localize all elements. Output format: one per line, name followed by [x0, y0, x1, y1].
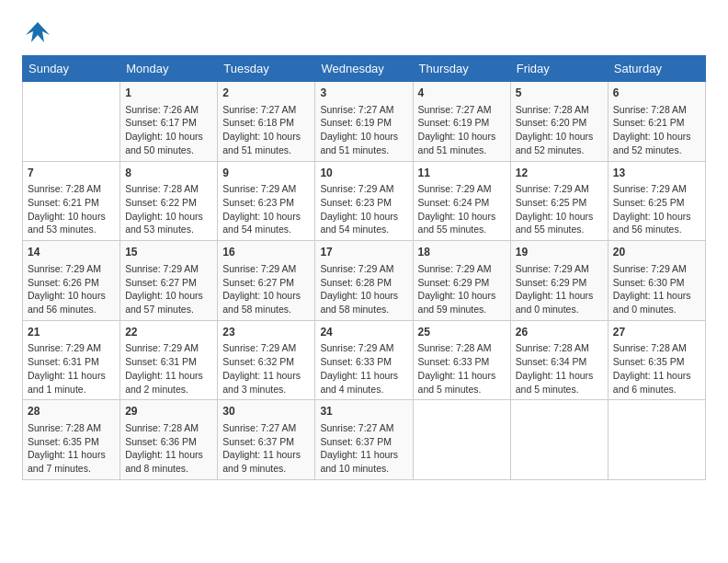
day-number: 13 [613, 166, 700, 181]
day-info-text: Sunset: 6:27 PM [125, 276, 212, 290]
calendar-week-row: 21Sunrise: 7:29 AMSunset: 6:31 PMDayligh… [23, 320, 706, 400]
day-info-text: Sunset: 6:23 PM [320, 196, 407, 210]
calendar-cell [608, 400, 705, 480]
calendar-cell: 8Sunrise: 7:28 AMSunset: 6:22 PMDaylight… [120, 161, 218, 241]
day-info-text: and 7 minutes. [28, 462, 115, 476]
calendar-cell: 4Sunrise: 7:27 AMSunset: 6:19 PMDaylight… [413, 82, 510, 162]
day-info-text: Sunrise: 7:29 AM [320, 341, 407, 355]
day-info-text: Daylight: 10 hours [28, 289, 115, 303]
day-info-text: Daylight: 10 hours [320, 130, 407, 144]
day-info-text: Sunset: 6:18 PM [222, 116, 310, 130]
day-info-text: and 6 minutes. [613, 383, 700, 396]
day-number: 4 [418, 86, 506, 101]
day-info-text: Sunrise: 7:28 AM [613, 341, 700, 355]
day-info-text: Sunrise: 7:29 AM [125, 341, 212, 355]
day-info-text: and 53 minutes. [28, 223, 115, 236]
day-number: 18 [418, 245, 506, 260]
header-day-sunday: Sunday [23, 56, 120, 82]
day-info-text: Daylight: 11 hours [320, 448, 407, 462]
day-info-text: Sunrise: 7:29 AM [28, 262, 115, 276]
day-info-text: Sunrise: 7:27 AM [418, 103, 506, 117]
day-info-text: Sunrise: 7:28 AM [613, 103, 700, 117]
day-info-text: Daylight: 11 hours [613, 369, 700, 383]
day-info-text: and 52 minutes. [613, 144, 700, 157]
day-info-text: Sunrise: 7:29 AM [222, 262, 310, 276]
calendar-cell: 19Sunrise: 7:29 AMSunset: 6:29 PMDayligh… [510, 241, 608, 321]
day-info-text: Sunset: 6:28 PM [320, 276, 407, 290]
day-info-text: and 59 minutes. [418, 303, 506, 316]
day-number: 3 [320, 86, 407, 101]
day-info-text: Sunrise: 7:28 AM [28, 421, 115, 435]
calendar-cell: 28Sunrise: 7:28 AMSunset: 6:35 PMDayligh… [23, 400, 120, 480]
day-info-text: Sunrise: 7:29 AM [28, 341, 115, 355]
day-number: 7 [28, 166, 115, 181]
day-info-text: Sunset: 6:24 PM [418, 196, 506, 210]
day-info-text: and 55 minutes. [516, 223, 603, 236]
day-info-text: Sunset: 6:29 PM [516, 276, 603, 290]
calendar-cell: 16Sunrise: 7:29 AMSunset: 6:27 PMDayligh… [218, 241, 315, 321]
day-info-text: Sunrise: 7:28 AM [28, 182, 115, 196]
logo-bird-icon [24, 18, 51, 46]
calendar-table: SundayMondayTuesdayWednesdayThursdayFrid… [22, 55, 706, 480]
day-number: 25 [418, 325, 506, 340]
day-info-text: and 56 minutes. [613, 223, 700, 236]
day-number: 24 [320, 325, 407, 340]
day-number: 31 [320, 404, 407, 419]
day-info-text: and 54 minutes. [222, 223, 310, 236]
day-info-text: Daylight: 10 hours [28, 210, 115, 224]
day-info-text: Daylight: 11 hours [125, 369, 212, 383]
day-info-text: Sunset: 6:25 PM [516, 196, 603, 210]
day-number: 10 [320, 166, 407, 181]
calendar-cell: 7Sunrise: 7:28 AMSunset: 6:21 PMDaylight… [23, 161, 120, 241]
day-info-text: Daylight: 10 hours [222, 130, 310, 144]
day-info-text: Sunset: 6:21 PM [28, 196, 115, 210]
calendar-cell: 10Sunrise: 7:29 AMSunset: 6:23 PMDayligh… [315, 161, 413, 241]
calendar-cell: 29Sunrise: 7:28 AMSunset: 6:36 PMDayligh… [120, 400, 218, 480]
day-info-text: and 57 minutes. [125, 303, 212, 316]
day-number: 30 [222, 404, 310, 419]
day-info-text: and 0 minutes. [516, 303, 603, 316]
day-info-text: and 8 minutes. [125, 462, 212, 476]
day-info-text: and 0 minutes. [613, 303, 700, 316]
day-info-text: and 58 minutes. [222, 303, 310, 316]
calendar-week-row: 28Sunrise: 7:28 AMSunset: 6:35 PMDayligh… [23, 400, 706, 480]
day-info-text: and 5 minutes. [418, 383, 506, 396]
day-number: 1 [125, 86, 212, 101]
calendar-cell: 27Sunrise: 7:28 AMSunset: 6:35 PMDayligh… [608, 320, 705, 400]
day-info-text: Sunset: 6:25 PM [613, 196, 700, 210]
header-day-monday: Monday [120, 56, 218, 82]
day-info-text: Sunset: 6:26 PM [28, 276, 115, 290]
day-info-text: Daylight: 10 hours [320, 210, 407, 224]
day-number: 12 [516, 166, 603, 181]
day-info-text: Sunset: 6:32 PM [222, 355, 310, 369]
day-number: 2 [222, 86, 310, 101]
calendar-cell [23, 82, 120, 162]
svg-marker-0 [26, 22, 50, 42]
header-day-thursday: Thursday [413, 56, 510, 82]
calendar-cell: 6Sunrise: 7:28 AMSunset: 6:21 PMDaylight… [608, 82, 705, 162]
day-info-text: Daylight: 10 hours [125, 130, 212, 144]
day-info-text: Daylight: 11 hours [320, 369, 407, 383]
calendar-cell: 11Sunrise: 7:29 AMSunset: 6:24 PMDayligh… [413, 161, 510, 241]
day-info-text: Sunset: 6:31 PM [125, 355, 212, 369]
day-number: 27 [613, 325, 700, 340]
day-info-text: Sunrise: 7:27 AM [320, 103, 407, 117]
calendar-cell: 18Sunrise: 7:29 AMSunset: 6:29 PMDayligh… [413, 241, 510, 321]
day-info-text: and 52 minutes. [516, 144, 603, 157]
day-info-text: and 54 minutes. [320, 223, 407, 236]
day-info-text: Daylight: 11 hours [613, 289, 700, 303]
day-info-text: and 9 minutes. [222, 462, 310, 476]
day-number: 8 [125, 166, 212, 181]
day-info-text: Daylight: 10 hours [125, 289, 212, 303]
header-day-tuesday: Tuesday [218, 56, 315, 82]
day-info-text: and 5 minutes. [516, 383, 603, 396]
day-number: 29 [125, 404, 212, 419]
day-info-text: Sunset: 6:37 PM [222, 435, 310, 449]
calendar-cell: 17Sunrise: 7:29 AMSunset: 6:28 PMDayligh… [315, 241, 413, 321]
day-info-text: Daylight: 11 hours [516, 369, 603, 383]
day-info-text: Sunset: 6:27 PM [222, 276, 310, 290]
day-number: 14 [28, 245, 115, 260]
day-number: 28 [28, 404, 115, 419]
page-header [22, 18, 706, 40]
day-info-text: Daylight: 10 hours [418, 130, 506, 144]
